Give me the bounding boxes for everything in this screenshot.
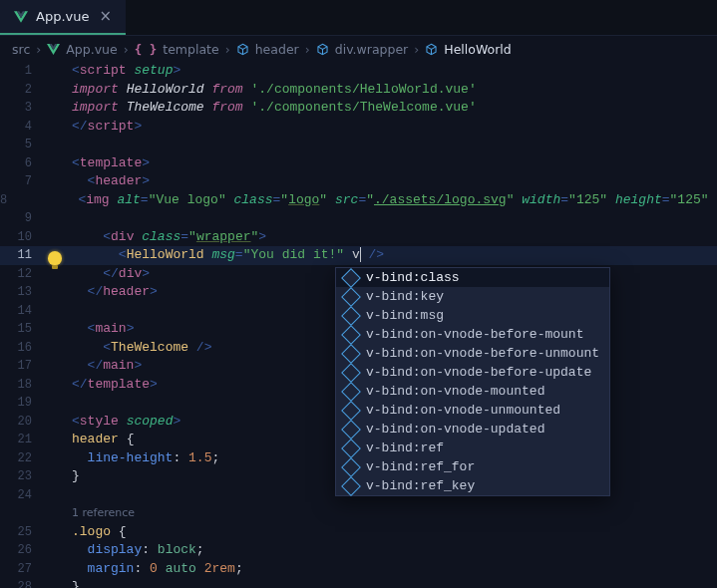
code-line[interactable]: 9 xyxy=(0,209,717,228)
close-icon[interactable]: × xyxy=(97,9,114,24)
suggest-item[interactable]: v-bind:on-vnode-before-update xyxy=(336,363,609,382)
code-content[interactable]: .logo { xyxy=(50,523,717,542)
code-content[interactable]: <header> xyxy=(50,172,717,191)
code-line[interactable]: 2import HelloWorld from './components/He… xyxy=(0,81,717,100)
code-content[interactable]: <HelloWorld msg="You did it!" v /> xyxy=(50,246,717,265)
breadcrumb-item[interactable]: HelloWorld xyxy=(425,42,512,57)
breadcrumb-item[interactable]: div.wrapper xyxy=(316,42,409,57)
code-content[interactable]: margin: 0 auto 2rem; xyxy=(50,560,717,579)
line-number: 24 xyxy=(0,486,50,505)
property-icon xyxy=(341,382,361,402)
line-number: 14 xyxy=(0,302,50,321)
code-content[interactable]: <div class="wrapper"> xyxy=(50,228,717,247)
suggest-label: v-bind:on-vnode-before-mount xyxy=(366,327,583,342)
suggest-label: v-bind:on-vnode-unmounted xyxy=(366,403,560,418)
chevron-right-icon: › xyxy=(305,42,310,57)
code-line[interactable]: 1<script setup> xyxy=(0,62,717,81)
code-line[interactable]: 11 <HelloWorld msg="You did it!" v /> xyxy=(0,246,717,265)
code-line[interactable]: 8 <img alt="Vue logo" class="logo" src="… xyxy=(0,191,717,210)
line-number: 25 xyxy=(0,523,50,542)
code-line[interactable]: 6<template> xyxy=(0,154,717,173)
suggest-label: v-bind:on-vnode-updated xyxy=(366,422,544,437)
code-content[interactable]: } xyxy=(50,578,717,588)
line-number: 26 xyxy=(0,541,50,560)
code-line[interactable]: 5 xyxy=(0,136,717,154)
line-number: 1 xyxy=(0,62,50,81)
suggest-label: v-bind:class xyxy=(366,270,460,285)
code-line[interactable]: 7 <header> xyxy=(0,172,717,191)
code-line[interactable]: 26 display: block; xyxy=(0,541,717,560)
suggest-label: v-bind:ref_key xyxy=(366,478,475,493)
line-number: 21 xyxy=(0,431,50,449)
line-number: 22 xyxy=(0,449,50,468)
vue-icon xyxy=(47,44,60,55)
vue-logo-icon xyxy=(14,10,28,24)
code-content[interactable]: import TheWelcome from './components/The… xyxy=(50,99,717,118)
line-number: 13 xyxy=(0,283,50,302)
line-number: 5 xyxy=(0,136,50,154)
braces-icon: { } xyxy=(135,42,158,57)
suggest-item[interactable]: v-bind:class xyxy=(336,268,609,287)
code-content[interactable]: </script> xyxy=(50,118,717,137)
line-number: 16 xyxy=(0,339,50,358)
property-icon xyxy=(341,268,361,288)
code-content[interactable]: <template> xyxy=(50,154,717,173)
code-line[interactable]: 3import TheWelcome from './components/Th… xyxy=(0,99,717,118)
line-number: 10 xyxy=(0,228,50,247)
lightbulb-icon[interactable] xyxy=(48,251,62,265)
line-number: 3 xyxy=(0,99,50,118)
suggest-label: v-bind:msg xyxy=(366,308,444,323)
line-number: 18 xyxy=(0,376,50,395)
line-number: 12 xyxy=(0,265,50,284)
code-content[interactable]: display: block; xyxy=(50,541,717,560)
suggest-label: v-bind:on-vnode-before-unmount xyxy=(366,346,599,361)
code-line[interactable]: 10 <div class="wrapper"> xyxy=(0,228,717,247)
suggest-item[interactable]: v-bind:ref_for xyxy=(336,457,609,476)
suggest-item[interactable]: v-bind:on-vnode-unmounted xyxy=(336,401,609,420)
code-editor[interactable]: v-bind:classv-bind:keyv-bind:msgv-bind:o… xyxy=(0,62,717,588)
cube-icon xyxy=(425,43,438,56)
tab-app-vue[interactable]: App.vue × xyxy=(0,0,126,35)
suggest-label: v-bind:on-vnode-mounted xyxy=(366,384,544,399)
code-line[interactable]: 28} xyxy=(0,578,717,588)
suggest-item[interactable]: v-bind:on-vnode-before-mount xyxy=(336,325,609,344)
breadcrumb-item[interactable]: { }template xyxy=(135,42,219,57)
code-content[interactable]: import HelloWorld from './components/Hel… xyxy=(50,81,717,100)
code-line[interactable]: 27 margin: 0 auto 2rem; xyxy=(0,560,717,579)
breadcrumb-item[interactable]: header xyxy=(236,42,299,57)
breadcrumb: src›App.vue›{ }template›header›div.wrapp… xyxy=(0,36,717,62)
line-number: 27 xyxy=(0,560,50,579)
cube-icon xyxy=(316,43,329,56)
autocomplete-popup[interactable]: v-bind:classv-bind:keyv-bind:msgv-bind:o… xyxy=(335,267,610,496)
suggest-item[interactable]: v-bind:on-vnode-mounted xyxy=(336,382,609,401)
suggest-label: v-bind:on-vnode-before-update xyxy=(366,365,591,380)
suggest-item[interactable]: v-bind:ref xyxy=(336,439,609,457)
property-icon xyxy=(341,325,361,345)
suggest-item[interactable]: v-bind:msg xyxy=(336,306,609,325)
suggest-item[interactable]: v-bind:on-vnode-before-unmount xyxy=(336,344,609,363)
line-number: 17 xyxy=(0,357,50,376)
property-icon xyxy=(341,306,361,326)
line-number: 28 xyxy=(0,578,50,588)
code-content[interactable]: <script setup> xyxy=(50,62,717,81)
property-icon xyxy=(341,476,361,496)
line-number: 23 xyxy=(0,467,50,486)
code-content[interactable]: <img alt="Vue logo" class="logo" src="./… xyxy=(25,191,717,210)
breadcrumb-label: HelloWorld xyxy=(444,42,512,57)
cube-icon xyxy=(236,43,249,56)
code-line[interactable]: 4</script> xyxy=(0,118,717,137)
breadcrumb-item[interactable]: src xyxy=(12,42,30,57)
suggest-item[interactable]: v-bind:on-vnode-updated xyxy=(336,420,609,439)
suggest-label: v-bind:ref xyxy=(366,441,444,455)
line-number: 9 xyxy=(0,209,50,228)
code-line[interactable]: 25.logo { xyxy=(0,523,717,542)
suggest-item[interactable]: v-bind:key xyxy=(336,287,609,306)
line-number: 2 xyxy=(0,81,50,100)
chevron-right-icon: › xyxy=(36,42,41,57)
breadcrumb-item[interactable]: App.vue xyxy=(47,42,117,57)
property-icon xyxy=(341,287,361,307)
codelens-references[interactable]: 1 reference xyxy=(50,504,717,523)
line-number: 8 xyxy=(0,191,25,210)
suggest-item[interactable]: v-bind:ref_key xyxy=(336,476,609,495)
property-icon xyxy=(341,344,361,364)
